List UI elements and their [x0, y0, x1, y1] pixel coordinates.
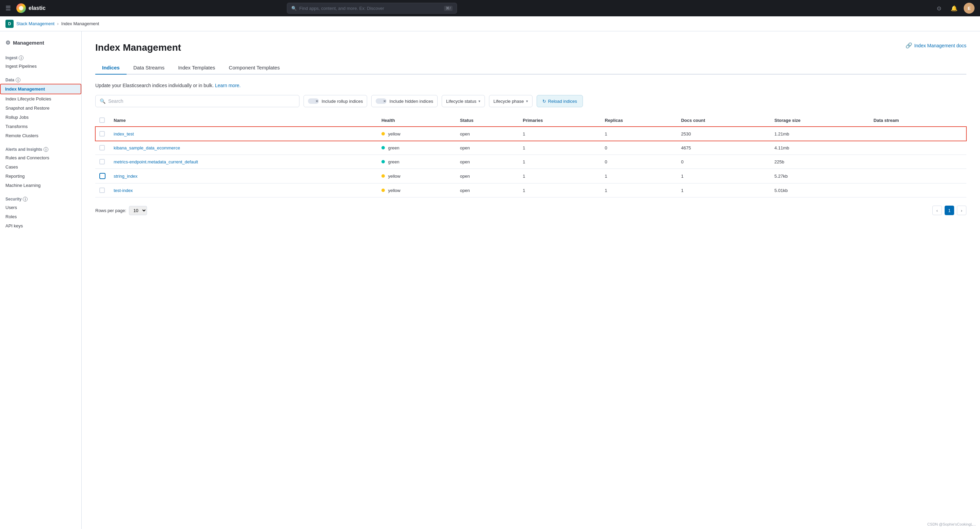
col-header-replicas: Replicas: [601, 114, 677, 127]
next-page-button[interactable]: ›: [957, 206, 966, 215]
row-select-cell[interactable]: [95, 183, 110, 198]
indices-table: Name Health Status Primaries Replicas Do…: [95, 114, 966, 198]
docs-link-icon: 🔗: [905, 42, 912, 49]
row-storage-size-cell: 5.01kb: [770, 183, 869, 198]
sidebar-group-ingest-label: Ingest i: [0, 54, 81, 62]
col-header-status: Status: [456, 114, 519, 127]
tab-component-templates[interactable]: Component Templates: [222, 61, 286, 75]
sidebar-item-cases[interactable]: Cases: [0, 163, 81, 172]
rows-per-page: Rows per page: 10 25 50: [95, 206, 147, 215]
index-search-wrap[interactable]: 🔍: [95, 95, 299, 107]
index-name-link[interactable]: index_test: [114, 131, 134, 137]
toggle-hidden-indices[interactable]: ✕ Include hidden indices: [371, 95, 438, 107]
row-select-cell[interactable]: [95, 141, 110, 155]
user-avatar[interactable]: E: [964, 3, 975, 14]
lifecycle-phase-filter[interactable]: Lifecycle phase ▾: [489, 95, 533, 107]
row-replicas-cell: 1: [601, 127, 677, 141]
sidebar-group-alerts: Alerts and Insights i Rules and Connecto…: [0, 146, 81, 190]
row-data-stream-cell: [869, 169, 966, 183]
app-layout: ⚙ Management Ingest i Ingest Pipelines D…: [0, 31, 980, 529]
sidebar-group-data-label: Data i: [0, 76, 81, 84]
row-primaries-cell: 1: [519, 141, 601, 155]
health-indicator: [382, 146, 385, 150]
rollup-toggle-switch: ✕: [308, 99, 319, 104]
row-checkbox[interactable]: [99, 173, 105, 179]
sidebar-item-users[interactable]: Users: [0, 203, 81, 212]
learn-more-link[interactable]: Learn more.: [215, 83, 240, 88]
sidebar-group-ingest: Ingest i Ingest Pipelines: [0, 54, 81, 71]
search-icon: 🔍: [291, 6, 297, 11]
row-replicas-cell: 0: [601, 155, 677, 169]
menu-toggle-icon[interactable]: ☰: [5, 5, 11, 12]
prev-page-button[interactable]: ‹: [932, 206, 942, 215]
row-health-cell: green: [377, 141, 456, 155]
row-data-stream-cell: [869, 183, 966, 198]
tab-data-streams[interactable]: Data Streams: [127, 61, 172, 75]
sidebar-item-machine-learning[interactable]: Machine Learning: [0, 181, 81, 190]
index-name-link[interactable]: string_index: [114, 174, 137, 179]
row-status-cell: open: [456, 183, 519, 198]
lifecycle-status-filter[interactable]: Lifecycle status ▾: [442, 95, 485, 107]
row-checkbox[interactable]: [99, 131, 105, 137]
row-storage-size-cell: 225b: [770, 155, 869, 169]
rows-per-page-select[interactable]: 10 25 50: [129, 206, 147, 215]
row-health-cell: green: [377, 155, 456, 169]
sidebar-item-index-lifecycle-policies[interactable]: Index Lifecycle Policies: [0, 94, 81, 104]
row-data-stream-cell: [869, 127, 966, 141]
health-label: yellow: [388, 174, 401, 179]
index-name-link[interactable]: kibana_sample_data_ecommerce: [114, 145, 180, 150]
index-name-link[interactable]: metrics-endpoint.metadata_current_defaul…: [114, 159, 198, 164]
row-replicas-cell: 0: [601, 141, 677, 155]
table-row: test-index yellow open 1 1 1 5.01kb: [95, 183, 966, 198]
row-select-cell[interactable]: [95, 155, 110, 169]
search-keyboard-shortcut: ⌘/: [444, 6, 452, 11]
nav-icon-group: ⊙ 🔔 E: [934, 3, 975, 14]
help-icon[interactable]: ⊙: [934, 3, 945, 14]
breadcrumb-stack-management[interactable]: Stack Management: [16, 21, 54, 26]
sidebar-item-index-management[interactable]: Index Management: [0, 84, 81, 94]
sidebar-item-reporting[interactable]: Reporting: [0, 172, 81, 181]
sidebar-item-roles[interactable]: Roles: [0, 212, 81, 221]
info-icon: i: [23, 197, 27, 202]
search-input-icon: 🔍: [100, 99, 105, 104]
row-docs-count-cell: 2530: [677, 127, 770, 141]
global-search-input[interactable]: [299, 6, 442, 11]
tab-indices[interactable]: Indices: [95, 61, 127, 75]
row-name-cell: string_index: [110, 169, 377, 183]
footer-credit: CSDN @Sophie'sCookingL...: [927, 522, 976, 526]
sidebar-item-api-keys[interactable]: API keys: [0, 221, 81, 231]
notifications-icon[interactable]: 🔔: [949, 3, 959, 14]
row-checkbox[interactable]: [99, 145, 105, 150]
sidebar-item-remote-clusters[interactable]: Remote Clusters: [0, 131, 81, 140]
index-search-input[interactable]: [108, 99, 295, 104]
main-tabs: Indices Data Streams Index Templates Com…: [95, 61, 966, 75]
select-all-header[interactable]: [95, 114, 110, 127]
select-all-checkbox[interactable]: [99, 118, 105, 123]
row-checkbox[interactable]: [99, 188, 105, 193]
sidebar: ⚙ Management Ingest i Ingest Pipelines D…: [0, 31, 82, 529]
sidebar-item-rules-and-connectors[interactable]: Rules and Connectors: [0, 153, 81, 163]
toggle-x-icon: ✕: [383, 99, 386, 103]
tab-index-templates[interactable]: Index Templates: [171, 61, 222, 75]
col-header-health: Health: [377, 114, 456, 127]
index-name-link[interactable]: test-index: [114, 188, 133, 193]
reload-icon: ↻: [542, 99, 546, 104]
row-docs-count-cell: 0: [677, 155, 770, 169]
reload-label: Reload indices: [548, 99, 577, 104]
row-primaries-cell: 1: [519, 127, 601, 141]
page-description: Update your Elasticsearch indices indivi…: [95, 83, 966, 88]
row-checkbox[interactable]: [99, 159, 105, 164]
toggle-rollup-indices[interactable]: ✕ Include rollup indices: [304, 95, 367, 107]
sidebar-item-rollup-jobs[interactable]: Rollup Jobs: [0, 113, 81, 122]
sidebar-item-ingest-pipelines[interactable]: Ingest Pipelines: [0, 62, 81, 71]
row-select-cell[interactable]: [95, 169, 110, 183]
sidebar-item-snapshot-and-restore[interactable]: Snapshot and Restore: [0, 104, 81, 113]
docs-link[interactable]: 🔗 Index Management docs: [905, 42, 966, 49]
global-search-bar[interactable]: 🔍 ⌘/: [287, 3, 457, 14]
row-select-cell[interactable]: [95, 127, 110, 141]
page-header: Index Management 🔗 Index Management docs: [95, 42, 966, 53]
reload-indices-button[interactable]: ↻ Reload indices: [537, 95, 583, 107]
col-header-primaries: Primaries: [519, 114, 601, 127]
page-1-button[interactable]: 1: [945, 206, 954, 215]
sidebar-item-transforms[interactable]: Transforms: [0, 122, 81, 131]
